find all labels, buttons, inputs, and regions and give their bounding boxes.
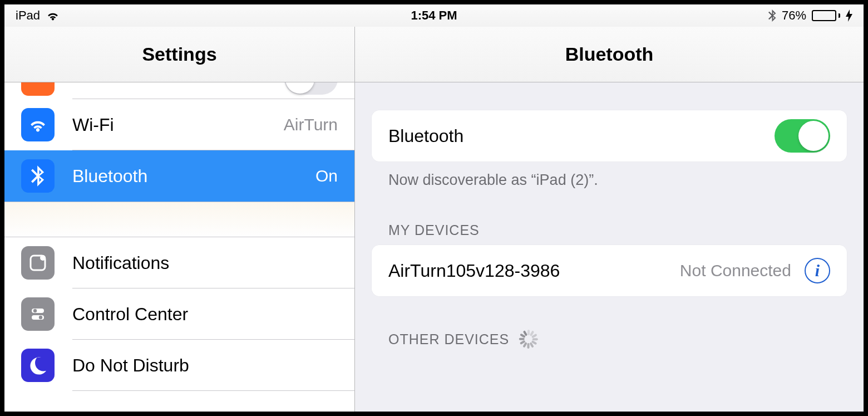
- notifications-icon: [21, 246, 55, 280]
- settings-sidebar: Settings Wi-Fi AirTurn: [4, 27, 355, 412]
- discoverable-text: Now discoverable as “iPad (2)”.: [372, 161, 847, 189]
- status-time: 1:54 PM: [411, 8, 457, 23]
- sidebar-item-label: Bluetooth: [72, 166, 315, 187]
- status-bar: iPad 1:54 PM 76%: [4, 4, 864, 27]
- sidebar-item-dnd[interactable]: Do Not Disturb: [4, 340, 354, 391]
- other-devices-label: OTHER DEVICES: [388, 331, 509, 348]
- airplane-icon: [21, 82, 55, 96]
- sidebar-item-label: Control Center: [72, 304, 338, 325]
- toggle-label: Bluetooth: [388, 126, 775, 146]
- sidebar-item-bluetooth[interactable]: Bluetooth On: [4, 150, 354, 202]
- sidebar-item-label: Wi-Fi: [72, 115, 284, 135]
- spinner-icon: [519, 330, 538, 349]
- battery-percent: 76%: [782, 8, 806, 23]
- bluetooth-status-icon: [768, 9, 776, 22]
- sidebar-item-partial[interactable]: [4, 82, 354, 99]
- charging-icon: [846, 9, 852, 22]
- wifi-icon: [46, 10, 60, 21]
- my-devices-header: MY DEVICES: [355, 189, 864, 245]
- sidebar-item-control-center[interactable]: Control Center: [4, 288, 354, 340]
- info-icon[interactable]: i: [805, 258, 830, 283]
- sidebar-item-label: Notifications: [72, 253, 338, 273]
- sidebar-item-value: On: [315, 167, 338, 185]
- sidebar-group-gap: [4, 202, 354, 237]
- device-row[interactable]: AirTurn105v128-3986 Not Connected i: [372, 245, 847, 296]
- sidebar-item-wifi[interactable]: Wi-Fi AirTurn: [4, 99, 354, 150]
- device-name: AirTurn105v128-3986: [388, 261, 680, 281]
- bluetooth-toggle-card: Bluetooth: [372, 110, 847, 161]
- svg-point-5: [39, 316, 42, 319]
- detail-title: Bluetooth: [355, 27, 864, 82]
- svg-point-1: [40, 255, 46, 261]
- svg-point-3: [33, 309, 37, 312]
- sidebar-title: Settings: [4, 27, 354, 82]
- bluetooth-toggle[interactable]: [775, 119, 830, 153]
- moon-icon: [21, 349, 55, 382]
- battery-icon: [812, 10, 840, 21]
- my-devices-list: AirTurn105v128-3986 Not Connected i: [372, 245, 847, 296]
- device-status: Not Connected: [680, 261, 791, 280]
- other-devices-header: OTHER DEVICES: [355, 296, 864, 355]
- toggle-off[interactable]: [284, 82, 338, 95]
- wifi-settings-icon: [21, 108, 55, 141]
- control-center-icon: [21, 297, 55, 331]
- bluetooth-toggle-row[interactable]: Bluetooth: [372, 110, 847, 161]
- sidebar-item-value: AirTurn: [284, 115, 338, 134]
- bluetooth-settings-icon: [21, 159, 55, 193]
- detail-pane: Bluetooth Bluetooth Now discoverable as …: [355, 27, 864, 412]
- sidebar-item-notifications[interactable]: Notifications: [4, 237, 354, 288]
- device-label: iPad: [16, 8, 40, 23]
- sidebar-item-label: Do Not Disturb: [72, 355, 338, 376]
